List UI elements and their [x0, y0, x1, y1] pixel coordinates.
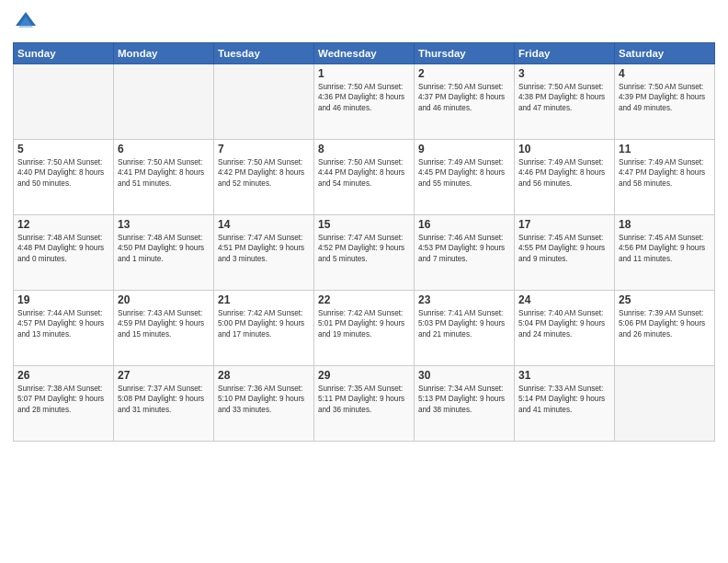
calendar-cell: 19Sunrise: 7:44 AM Sunset: 4:57 PM Dayli…	[14, 291, 114, 366]
header	[13, 9, 715, 35]
calendar-cell	[114, 64, 214, 140]
day-number: 21	[218, 293, 310, 306]
weekday-header: Tuesday	[214, 43, 314, 64]
day-number: 30	[418, 369, 510, 382]
day-info: Sunrise: 7:48 AM Sunset: 4:48 PM Dayligh…	[17, 233, 109, 264]
calendar-cell: 31Sunrise: 7:33 AM Sunset: 5:14 PM Dayli…	[515, 366, 615, 442]
day-info: Sunrise: 7:50 AM Sunset: 4:38 PM Dayligh…	[518, 82, 610, 113]
day-info: Sunrise: 7:45 AM Sunset: 4:55 PM Dayligh…	[518, 233, 610, 264]
day-info: Sunrise: 7:39 AM Sunset: 5:06 PM Dayligh…	[619, 308, 711, 339]
calendar-cell: 11Sunrise: 7:49 AM Sunset: 4:47 PM Dayli…	[615, 140, 715, 215]
day-info: Sunrise: 7:45 AM Sunset: 4:56 PM Dayligh…	[619, 233, 711, 264]
calendar-cell: 30Sunrise: 7:34 AM Sunset: 5:13 PM Dayli…	[415, 366, 515, 442]
day-info: Sunrise: 7:41 AM Sunset: 5:03 PM Dayligh…	[418, 308, 510, 339]
calendar-cell: 17Sunrise: 7:45 AM Sunset: 4:55 PM Dayli…	[515, 215, 615, 291]
calendar-cell: 23Sunrise: 7:41 AM Sunset: 5:03 PM Dayli…	[415, 291, 515, 366]
calendar-cell: 25Sunrise: 7:39 AM Sunset: 5:06 PM Dayli…	[615, 291, 715, 366]
weekday-header: Saturday	[615, 43, 715, 64]
calendar-cell: 28Sunrise: 7:36 AM Sunset: 5:10 PM Dayli…	[214, 366, 314, 442]
day-number: 31	[518, 369, 610, 382]
calendar-cell: 5Sunrise: 7:50 AM Sunset: 4:40 PM Daylig…	[14, 140, 114, 215]
day-number: 7	[218, 143, 310, 155]
day-number: 11	[619, 143, 711, 155]
day-number: 2	[418, 67, 510, 80]
day-info: Sunrise: 7:35 AM Sunset: 5:11 PM Dayligh…	[318, 384, 410, 415]
calendar-week-row: 26Sunrise: 7:38 AM Sunset: 5:07 PM Dayli…	[14, 366, 715, 442]
calendar-cell: 24Sunrise: 7:40 AM Sunset: 5:04 PM Dayli…	[515, 291, 615, 366]
day-info: Sunrise: 7:47 AM Sunset: 4:52 PM Dayligh…	[318, 233, 410, 264]
weekday-row: SundayMondayTuesdayWednesdayThursdayFrid…	[14, 43, 715, 64]
calendar-cell: 29Sunrise: 7:35 AM Sunset: 5:11 PM Dayli…	[314, 366, 415, 442]
day-number: 14	[218, 218, 310, 231]
calendar-cell: 8Sunrise: 7:50 AM Sunset: 4:44 PM Daylig…	[314, 140, 415, 215]
calendar-cell: 21Sunrise: 7:42 AM Sunset: 5:00 PM Dayli…	[214, 291, 314, 366]
weekday-header: Wednesday	[314, 43, 415, 64]
logo	[13, 9, 42, 35]
calendar-cell: 15Sunrise: 7:47 AM Sunset: 4:52 PM Dayli…	[314, 215, 415, 291]
weekday-header: Thursday	[415, 43, 515, 64]
calendar-week-row: 5Sunrise: 7:50 AM Sunset: 4:40 PM Daylig…	[14, 140, 715, 215]
day-number: 13	[118, 218, 210, 231]
day-number: 8	[318, 143, 410, 155]
weekday-header: Monday	[114, 43, 214, 64]
day-info: Sunrise: 7:50 AM Sunset: 4:44 PM Dayligh…	[318, 157, 410, 189]
calendar-cell: 10Sunrise: 7:49 AM Sunset: 4:46 PM Dayli…	[515, 140, 615, 215]
calendar-cell: 7Sunrise: 7:50 AM Sunset: 4:42 PM Daylig…	[214, 140, 314, 215]
day-info: Sunrise: 7:50 AM Sunset: 4:40 PM Dayligh…	[17, 157, 109, 189]
calendar-week-row: 12Sunrise: 7:48 AM Sunset: 4:48 PM Dayli…	[14, 215, 715, 291]
calendar-cell: 12Sunrise: 7:48 AM Sunset: 4:48 PM Dayli…	[14, 215, 114, 291]
day-number: 12	[17, 218, 109, 231]
day-number: 25	[619, 293, 711, 306]
day-number: 29	[318, 369, 410, 382]
calendar-cell: 26Sunrise: 7:38 AM Sunset: 5:07 PM Dayli…	[14, 366, 114, 442]
day-info: Sunrise: 7:43 AM Sunset: 4:59 PM Dayligh…	[118, 308, 210, 339]
day-info: Sunrise: 7:47 AM Sunset: 4:51 PM Dayligh…	[218, 233, 310, 264]
calendar-cell: 1Sunrise: 7:50 AM Sunset: 4:36 PM Daylig…	[314, 64, 415, 140]
calendar-cell: 16Sunrise: 7:46 AM Sunset: 4:53 PM Dayli…	[415, 215, 515, 291]
calendar-cell: 27Sunrise: 7:37 AM Sunset: 5:08 PM Dayli…	[114, 366, 214, 442]
day-number: 6	[118, 143, 210, 155]
day-info: Sunrise: 7:38 AM Sunset: 5:07 PM Dayligh…	[17, 384, 109, 415]
day-number: 16	[418, 218, 510, 231]
day-info: Sunrise: 7:34 AM Sunset: 5:13 PM Dayligh…	[418, 384, 510, 415]
calendar-cell: 6Sunrise: 7:50 AM Sunset: 4:41 PM Daylig…	[114, 140, 214, 215]
day-info: Sunrise: 7:49 AM Sunset: 4:45 PM Dayligh…	[418, 157, 510, 189]
day-info: Sunrise: 7:42 AM Sunset: 5:01 PM Dayligh…	[318, 308, 410, 339]
day-info: Sunrise: 7:49 AM Sunset: 4:47 PM Dayligh…	[619, 157, 711, 189]
day-number: 22	[318, 293, 410, 306]
calendar-cell: 13Sunrise: 7:48 AM Sunset: 4:50 PM Dayli…	[114, 215, 214, 291]
weekday-header: Friday	[515, 43, 615, 64]
day-number: 20	[118, 293, 210, 306]
calendar-week-row: 1Sunrise: 7:50 AM Sunset: 4:36 PM Daylig…	[14, 64, 715, 140]
day-number: 28	[218, 369, 310, 382]
day-info: Sunrise: 7:46 AM Sunset: 4:53 PM Dayligh…	[418, 233, 510, 264]
day-number: 18	[619, 218, 711, 231]
calendar-header: SundayMondayTuesdayWednesdayThursdayFrid…	[14, 43, 715, 64]
day-info: Sunrise: 7:44 AM Sunset: 4:57 PM Dayligh…	[17, 308, 109, 339]
day-number: 24	[518, 293, 610, 306]
day-info: Sunrise: 7:42 AM Sunset: 5:00 PM Dayligh…	[218, 308, 310, 339]
calendar-cell: 20Sunrise: 7:43 AM Sunset: 4:59 PM Dayli…	[114, 291, 214, 366]
calendar-week-row: 19Sunrise: 7:44 AM Sunset: 4:57 PM Dayli…	[14, 291, 715, 366]
calendar-cell: 2Sunrise: 7:50 AM Sunset: 4:37 PM Daylig…	[415, 64, 515, 140]
day-info: Sunrise: 7:36 AM Sunset: 5:10 PM Dayligh…	[218, 384, 310, 415]
calendar-cell	[615, 366, 715, 442]
page: SundayMondayTuesdayWednesdayThursdayFrid…	[0, 0, 728, 563]
day-info: Sunrise: 7:50 AM Sunset: 4:39 PM Dayligh…	[619, 82, 711, 113]
day-info: Sunrise: 7:50 AM Sunset: 4:42 PM Dayligh…	[218, 157, 310, 189]
day-number: 15	[318, 218, 410, 231]
day-number: 26	[17, 369, 109, 382]
calendar-cell	[214, 64, 314, 140]
calendar: SundayMondayTuesdayWednesdayThursdayFrid…	[13, 42, 715, 442]
calendar-body: 1Sunrise: 7:50 AM Sunset: 4:36 PM Daylig…	[14, 64, 715, 442]
day-info: Sunrise: 7:50 AM Sunset: 4:36 PM Dayligh…	[318, 82, 410, 113]
calendar-cell: 18Sunrise: 7:45 AM Sunset: 4:56 PM Dayli…	[615, 215, 715, 291]
day-number: 4	[619, 67, 711, 80]
day-info: Sunrise: 7:50 AM Sunset: 4:37 PM Dayligh…	[418, 82, 510, 113]
calendar-cell: 9Sunrise: 7:49 AM Sunset: 4:45 PM Daylig…	[415, 140, 515, 215]
calendar-cell: 3Sunrise: 7:50 AM Sunset: 4:38 PM Daylig…	[515, 64, 615, 140]
day-number: 19	[17, 293, 109, 306]
day-number: 9	[418, 143, 510, 155]
day-info: Sunrise: 7:49 AM Sunset: 4:46 PM Dayligh…	[518, 157, 610, 189]
day-info: Sunrise: 7:48 AM Sunset: 4:50 PM Dayligh…	[118, 233, 210, 264]
